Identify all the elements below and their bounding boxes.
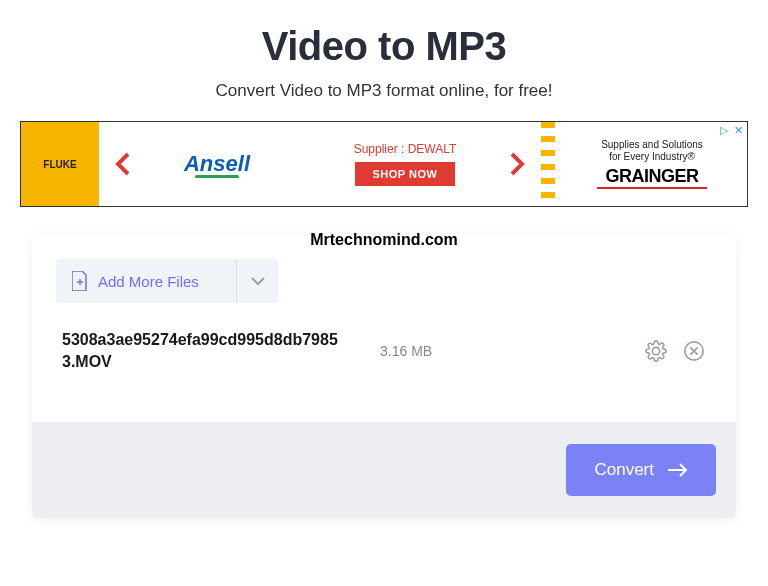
ad-close-icon[interactable]: ✕ xyxy=(734,124,743,137)
add-files-dropdown-button[interactable] xyxy=(236,259,278,303)
page-title: Video to MP3 xyxy=(16,24,752,69)
ad-fluke-logo: FLUKE xyxy=(21,122,99,206)
ad-prev-arrow-icon[interactable] xyxy=(105,146,141,182)
close-circle-icon xyxy=(683,340,705,362)
file-settings-button[interactable] xyxy=(644,339,668,363)
ad-banner[interactable]: ▷ ✕ FLUKE Ansell Supplier : DEWALT SHOP … xyxy=(20,121,748,207)
file-name: 5308a3ae95274efa99cd995d8db79853.MOV xyxy=(62,329,348,374)
ad-next-arrow-icon[interactable] xyxy=(499,146,535,182)
convert-bar: Convert xyxy=(32,422,736,518)
ad-ansell-logo: Ansell xyxy=(147,151,287,178)
watermark-text: Mrtechnomind.com xyxy=(310,231,458,249)
file-row: 5308a3ae95274efa99cd995d8db79853.MOV 3.1… xyxy=(56,303,712,394)
arrow-right-icon xyxy=(668,463,688,477)
chevron-down-icon xyxy=(251,277,265,285)
ad-info-icon[interactable]: ▷ xyxy=(720,124,728,137)
ad-supplier-text: Supplier : DEWALT xyxy=(317,142,493,156)
file-add-icon xyxy=(72,271,88,291)
convert-label: Convert xyxy=(594,460,654,480)
file-remove-button[interactable] xyxy=(682,339,706,363)
ad-grainger-logo: Supplies and Solutions for Every Industr… xyxy=(557,139,747,189)
add-more-files-button[interactable]: Add More Files xyxy=(56,259,236,303)
ad-shop-now-button[interactable]: SHOP NOW xyxy=(355,162,456,186)
file-size: 3.16 MB xyxy=(380,343,612,359)
add-more-files-label: Add More Files xyxy=(98,273,199,290)
ad-decorative-strip xyxy=(541,122,555,206)
gear-icon xyxy=(645,340,667,362)
convert-button[interactable]: Convert xyxy=(566,444,716,496)
subtitle: Convert Video to MP3 format online, for … xyxy=(16,81,752,101)
converter-card: Mrtechnomind.com Add More Files 5308a3ae… xyxy=(32,235,736,518)
